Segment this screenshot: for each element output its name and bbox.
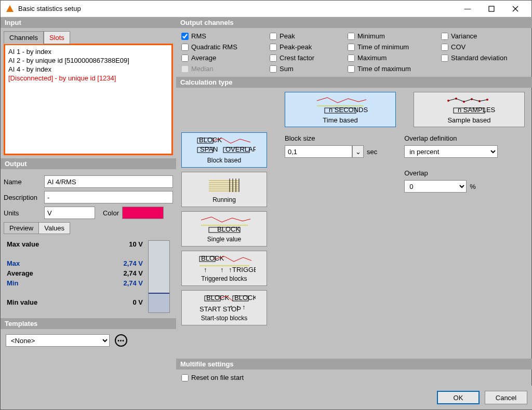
chk-variance[interactable]: Variance (441, 32, 529, 40)
checkbox[interactable] (441, 44, 448, 51)
svg-text:BLOCK: BLOCK (199, 136, 222, 144)
tab-slots[interactable]: Slots (44, 31, 70, 44)
blocksize-input[interactable] (285, 145, 352, 158)
chk-minimum[interactable]: Minimum (348, 32, 436, 40)
tab-channels[interactable]: Channels (4, 31, 44, 44)
checkbox[interactable] (441, 33, 448, 40)
avg: 2,74 V (123, 269, 143, 277)
calc-triggered[interactable]: BLOCK↑↑↑TRIGGERS Triggered blocks (181, 251, 267, 286)
blocksize-dropdown[interactable]: ⌄ (352, 145, 364, 158)
svg-text:BLOCK: BLOCK (234, 294, 256, 302)
chk-median: Median (181, 65, 264, 73)
preview-values-toggle: Preview Values (4, 222, 70, 234)
checkbox[interactable] (348, 65, 355, 73)
calc-block-based[interactable]: BLOCKSPANOVERLAP Block based (181, 132, 267, 168)
multifile-body: Reset on file start (176, 370, 532, 386)
checkbox (181, 65, 189, 73)
output-body: Name Description Units Color Preview Val… (1, 169, 176, 318)
chk-quadratic-rms[interactable]: Quadratic RMS (181, 43, 264, 51)
checkbox[interactable] (270, 44, 277, 51)
min: 2,74 V (123, 279, 143, 287)
svg-text:BLOCK: BLOCK (201, 254, 224, 262)
list-item[interactable]: AI 2 - by unique id [5100000867388E09] (8, 56, 168, 65)
preview-panel: Max value10 V Max2,74 V Average2,74 V Mi… (4, 234, 173, 315)
blocksize-label: Block size (285, 134, 377, 142)
output-channels-header: Output channels (176, 17, 532, 28)
input-tabs: Channels Slots (4, 31, 173, 44)
checkbox[interactable] (348, 44, 355, 51)
chk-rms[interactable]: RMS (181, 32, 264, 40)
close-button[interactable] (503, 1, 527, 17)
channel-list[interactable]: AI 1 - by index AI 2 - by unique id [510… (4, 44, 173, 155)
maximize-button[interactable] (480, 1, 503, 17)
calc-start-stop[interactable]: BLOCKBLOCKSTART STOP↑↑↑ Start-stop block… (181, 290, 267, 325)
svg-text:↑: ↑ (220, 266, 224, 274)
overlapdef-select[interactable]: in percent (404, 145, 498, 158)
cancel-button[interactable]: Cancel (485, 391, 527, 404)
overlap-unit: % (470, 183, 476, 190)
dialog-footer: OK Cancel (176, 386, 532, 409)
svg-marker-0 (6, 5, 14, 12)
list-item[interactable]: AI 1 - by index (8, 47, 168, 56)
overlap-select[interactable]: 0 (404, 180, 467, 193)
templates-select[interactable]: <None> (6, 334, 110, 347)
output-channels-body: RMSPeakMinimumVarianceQuadratic RMSPeak-… (176, 28, 532, 77)
content-area: Input Channels Slots AI 1 - by index AI … (1, 17, 531, 409)
chk-cov[interactable]: COV (441, 43, 529, 51)
checkbox[interactable] (181, 33, 189, 40)
checkbox[interactable] (348, 33, 355, 40)
calc-running[interactable]: Running (181, 172, 267, 207)
svg-text:OVERLAP: OVERLAP (225, 145, 256, 153)
svg-text:n SAMPLES: n SAMPLES (458, 106, 496, 114)
chk-peak[interactable]: Peak (270, 32, 342, 40)
color-label: Color (98, 209, 119, 217)
svg-text:BLOCK: BLOCK (206, 294, 229, 302)
checkbox[interactable] (441, 54, 448, 62)
calc-time-based[interactable]: n SECONDS Time based (285, 92, 396, 127)
chk-time-of-maximum[interactable]: Time of maximum (348, 65, 436, 73)
checkbox[interactable] (348, 54, 355, 62)
chk-time-of-minimum[interactable]: Time of minimum (348, 43, 436, 51)
chk-crest-factor[interactable]: Crest factor (270, 54, 342, 62)
desc-input[interactable] (44, 191, 173, 203)
maxvalue: 10 V (129, 240, 143, 248)
checkbox[interactable] (181, 44, 189, 51)
window-title: Basic statistics setup (18, 5, 456, 12)
chk-peak-peak[interactable]: Peak-peak (270, 43, 342, 51)
ok-button[interactable]: OK (437, 391, 480, 404)
color-swatch[interactable] (122, 207, 164, 219)
list-item-disconnected[interactable]: [Disconnected] - by unique id [1234] (8, 74, 168, 83)
svg-text:BLOCK: BLOCK (217, 225, 240, 233)
reset-on-file-start[interactable]: Reset on file start (181, 374, 529, 381)
list-item[interactable]: AI 4 - by index (8, 65, 168, 74)
chk-maximum[interactable]: Maximum (348, 54, 436, 62)
chk-sum[interactable]: Sum (270, 65, 342, 73)
checkbox[interactable] (270, 54, 277, 62)
checkbox[interactable] (270, 65, 277, 73)
checkbox[interactable] (181, 54, 189, 62)
calc-top-cards: n SECONDS Time based n SAMPLES Sample ba… (285, 92, 529, 127)
svg-text:SPAN: SPAN (200, 145, 218, 153)
svg-text:START STOP: START STOP (200, 305, 241, 313)
calc-sample-based[interactable]: n SAMPLES Sample based (414, 92, 525, 127)
calc-single-value[interactable]: BLOCK Single value (181, 211, 267, 247)
calc-left: BLOCKSPANOVERLAP Block based Running BLO… (181, 92, 267, 325)
templates-more-button[interactable]: ••• (115, 334, 127, 347)
toggle-preview[interactable]: Preview (4, 223, 39, 234)
minimize-button[interactable]: — (456, 1, 480, 17)
name-input[interactable] (44, 175, 173, 188)
titlebar: Basic statistics setup — (1, 1, 531, 17)
checkbox[interactable] (270, 33, 277, 40)
min-label: Min (7, 279, 18, 287)
input-header: Input (1, 17, 176, 28)
maxvalue-label: Max value (7, 240, 39, 248)
toggle-values[interactable]: Values (39, 223, 70, 234)
units-input[interactable] (44, 207, 95, 219)
dialog-window: Basic statistics setup — Input Channels … (0, 0, 532, 410)
chk-standard-deviation[interactable]: Standard deviation (441, 54, 529, 62)
calc-area: BLOCKSPANOVERLAP Block based Running BLO… (176, 88, 532, 325)
svg-text:↑: ↑ (204, 266, 207, 274)
chk-average[interactable]: Average (181, 54, 264, 62)
reset-checkbox[interactable] (181, 374, 189, 381)
max: 2,74 V (123, 259, 143, 267)
